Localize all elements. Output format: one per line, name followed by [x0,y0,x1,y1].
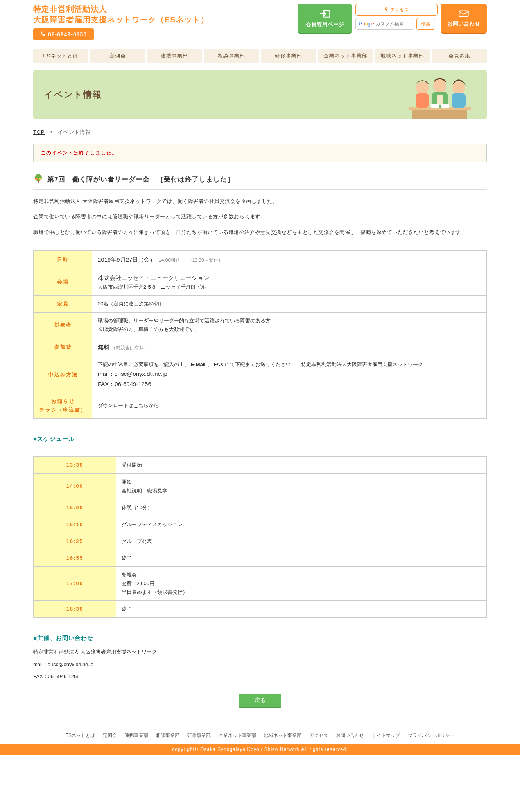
nav-item-4[interactable]: 研修事業部 [261,49,316,63]
svg-rect-16 [38,180,39,183]
info-value-capacity: 30名（定員に達し次第締切） [92,296,487,313]
footer-nav-item-0[interactable]: ESネットとは [65,732,95,739]
schedule-time-6: 17:00 [34,566,116,600]
schedule-time-2: 15:00 [34,499,116,516]
nav-item-7[interactable]: 会員募集 [432,49,487,63]
svg-rect-1 [459,11,468,16]
schedule-heading: ■スケジュール [33,435,487,443]
svg-rect-3 [412,110,467,119]
contact-block: 特定非営利活動法人 大阪障害者雇用支援ネットワーク mail：o-isc@ony… [33,647,487,681]
mail-icon [458,10,469,19]
info-value-flyer: ダウンロードはこちらから [92,393,487,419]
schedule-body-1: 開始会社説明、職場見学 [116,474,486,499]
info-label-fee: 参加費 [34,338,92,356]
schedule-body-7: 終了 [116,601,486,618]
footer-nav-item-3[interactable]: 相談事業部 [156,732,179,739]
event-title: 第7回 働く障がい者リーダー会 ［受付は終了しました］ [47,175,234,184]
member-page-label: 会員専用ページ [306,21,344,28]
contact-heading: ■主催、お問い合わせ [33,634,487,642]
footer-nav-item-4[interactable]: 研修事業部 [187,732,211,739]
search-input[interactable]: Google カスタム検索 [355,18,414,30]
login-icon [319,9,330,20]
site-footer: ESネットとは定例会連携事業部相談事業部研修事業部企業ネット事業部地域ネット事業… [0,727,520,755]
schedule-time-3: 15:10 [34,516,116,533]
info-label-target: 対象者 [34,313,92,338]
search-placeholder: カスタム検索 [376,21,404,27]
google-logo: Google [359,21,374,27]
info-label-flyer: お知らせ チラシ（申込書） [34,393,92,419]
svg-point-15 [39,178,41,180]
contact-fax: FAX：06-6949-1256 [33,672,487,681]
contact-mail: mail：o-isc@onyx.dti.ne.jp [33,660,487,669]
footer-nav-item-8[interactable]: お問い合わせ [336,732,364,739]
contact-button[interactable]: お問い合わせ [441,4,487,33]
copyright: copyright© Osaka Syougaisya Koyou Shien … [0,744,520,755]
footer-nav-item-2[interactable]: 連携事業部 [125,732,148,739]
nav-item-2[interactable]: 連携事業部 [147,49,202,63]
main-nav: ESネットとは定例会連携事業部相談事業部研修事業部企業ネット事業部地域ネット事業… [33,49,487,63]
nav-item-1[interactable]: 定例会 [90,49,145,63]
site-header: 特定非営利活動法人 大阪障害者雇用支援ネットワーク（ESネット） 06-6949… [33,0,487,63]
footer-nav: ESネットとは定例会連携事業部相談事業部研修事業部企業ネット事業部地域ネット事業… [0,727,520,744]
nav-item-6[interactable]: 地域ネット事業部 [375,49,430,63]
access-button[interactable]: アクセス [355,4,438,16]
phone-icon [40,31,46,38]
phone-button[interactable]: 06-6949-0350 [33,28,94,40]
site-name-line1: 特定非営利活動法人 [33,4,298,14]
breadcrumb-current: イベント情報 [58,129,91,135]
info-label-datetime: 日時 [34,250,92,269]
schedule-table: 13:30受付開始14:00開始会社説明、職場見学15:00休憩（10分）15:… [33,456,487,618]
info-value-target: 職場の管理職、リーダーやリーダー的な立場で活躍されている障害のある方 ※聴覚障害… [92,313,487,338]
map-pin-icon [384,7,389,13]
contact-org: 特定非営利活動法人 大阪障害者雇用支援ネットワーク [33,647,487,656]
search-button[interactable]: 検索 [416,18,435,30]
schedule-body-0: 受付開始 [116,456,486,474]
phone-number: 06-6949-0350 [48,31,87,38]
event-title-row: 第7回 働く障がい者リーダー会 ［受付は終了しました］ [33,173,487,190]
info-label-venue: 会場 [34,269,92,296]
svg-point-4 [416,82,429,94]
hero-banner: イベント情報 [33,70,487,119]
schedule-time-4: 16:25 [34,533,116,550]
footer-nav-item-7[interactable]: アクセス [309,732,328,739]
info-label-capacity: 定員 [34,296,92,313]
footer-nav-item-10[interactable]: プライバシーポリシー [408,732,455,739]
schedule-time-7: 18:30 [34,601,116,618]
footer-nav-item-6[interactable]: 地域ネット事業部 [264,732,301,739]
schedule-body-5: 終了 [116,550,486,566]
info-label-apply: 申込み方法 [34,356,92,393]
breadcrumb-top-link[interactable]: TOP [33,129,45,135]
svg-point-13 [35,174,42,181]
search-button-label: 検索 [421,21,430,27]
footer-nav-item-9[interactable]: サイトマップ [372,732,400,739]
intro-paragraphs: 特定非営利活動法人 大阪障害者雇用支援ネットワークでは、働く障害者の社員交流会を… [33,197,487,237]
flyer-download-link[interactable]: ダウンロードはこちらから [98,402,159,408]
schedule-body-3: グループディスカッション [116,516,486,533]
footer-nav-item-5[interactable]: 企業ネット事業部 [219,732,256,739]
schedule-time-5: 16:55 [34,550,116,566]
nav-item-3[interactable]: 相談事業部 [204,49,259,63]
member-page-button[interactable]: 会員専用ページ [298,4,352,33]
nav-item-0[interactable]: ESネットとは [33,49,88,63]
site-name-line2: 大阪障害者雇用支援ネットワーク（ESネット） [33,14,298,25]
breadcrumb-sep: > [50,129,53,135]
intro-paragraph-2: 職場で中心となり働いている障害者の方々に集まって頂き、自分たちが働いている職場の… [33,228,487,237]
event-ended-notice: このイベントは終了しました。 [33,144,487,162]
svg-point-14 [35,178,38,180]
svg-rect-10 [452,93,466,108]
svg-rect-11 [431,104,439,108]
schedule-body-2: 休憩（10分） [116,499,486,516]
info-value-venue: 株式会社ニッセイ・ニュークリエーション 大阪市西淀川区千舟2-5-8 ニッセイ千… [92,269,487,296]
svg-point-9 [452,82,465,94]
footer-nav-item-1[interactable]: 定例会 [103,732,117,739]
schedule-body-4: グループ発表 [116,533,486,550]
intro-paragraph-1: 企業で働いている障害者の中には管理職や職場リーダーとして活躍している方が多数おら… [33,212,487,221]
schedule-time-1: 14:00 [34,474,116,499]
schedule-body-6: 懇親会会費：2,000円当日集めます（領収書発行） [116,566,486,600]
back-button[interactable]: 戻る [239,694,281,707]
breadcrumb: TOP > イベント情報 [33,129,487,136]
people-illustration [401,72,479,119]
nav-item-5[interactable]: 企業ネット事業部 [318,49,373,63]
hero-title: イベント情報 [44,89,102,101]
info-value-datetime: 2019年9月27日（金） 14:00開始 （13:30～受付） [92,250,487,269]
